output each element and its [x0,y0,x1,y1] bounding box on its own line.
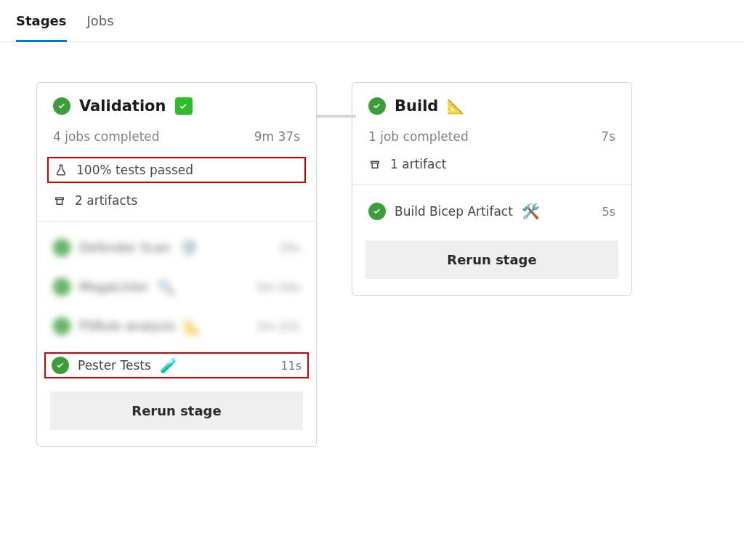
beaker-icon [54,163,68,176]
job-duration: 11s [280,359,302,373]
stage-card-build[interactable]: Build 📐 1 job completed 7s 1 artifact Bu… [352,82,632,296]
artifacts-label: 2 artifacts [75,193,137,208]
artifacts-row[interactable]: 2 artifacts [53,193,300,208]
job-name: MegaLinter [79,280,148,294]
artifact-icon [53,194,66,207]
artifacts-row[interactable]: 1 artifact [368,157,615,171]
job-row-pester-tests[interactable]: Pester Tests 🧪 11s [44,352,309,378]
tests-passed-row[interactable]: 100% tests passed [47,157,306,183]
tests-passed-label: 100% tests passed [76,163,193,177]
job-name: Defender Scan [79,240,171,255]
job-name: Pester Tests [78,358,151,373]
success-icon [52,357,69,374]
stage-duration: 7s [601,129,615,144]
success-badge-icon [175,97,193,115]
artifacts-label: 1 artifact [390,157,446,171]
job-emoji: 🛡️ [179,240,198,255]
job-emoji: 🛠️ [522,204,540,219]
stage-title: Validation [79,97,166,115]
stage-duration: 9m 37s [254,129,300,144]
tab-bar: Stages Jobs [0,0,744,42]
rerun-stage-button[interactable]: Rerun stage [365,240,618,279]
job-emoji: 📐 [184,319,202,333]
job-duration: 25s [279,241,300,255]
artifact-icon [368,158,381,171]
jobs-completed-label: 1 job completed [368,129,469,144]
stage-card-validation[interactable]: Validation 4 jobs completed 9m 37s 100% … [36,82,317,447]
job-name: Build Bicep Artifact [395,204,513,219]
stage-emoji: 📐 [447,99,465,113]
job-duration: 5s [602,205,615,219]
job-row[interactable]: MegaLinter 🔍 5m 54s [50,271,303,303]
job-duration: 5m 54s [256,280,300,294]
job-emoji: 🔍 [157,280,175,294]
tab-jobs[interactable]: Jobs [87,13,114,41]
job-row[interactable]: Build Bicep Artifact 🛠️ 5s [365,195,618,227]
success-icon [53,278,70,296]
job-name: PSRule analysis [79,319,175,333]
success-icon [368,97,386,115]
rerun-stage-button[interactable]: Rerun stage [50,391,303,430]
success-icon [53,239,70,256]
success-icon [368,203,386,220]
stage-connector [317,115,356,118]
jobs-completed-label: 4 jobs completed [53,129,160,144]
job-row[interactable]: PSRule analysis 📐 2m 22s [50,310,303,342]
success-icon [53,97,70,115]
success-icon [53,317,70,335]
job-duration: 2m 22s [256,320,300,333]
job-emoji: 🧪 [160,358,178,373]
tab-stages[interactable]: Stages [16,13,67,41]
job-row[interactable]: Defender Scan 🛡️ 25s [50,232,303,264]
stage-title: Build [395,97,438,115]
